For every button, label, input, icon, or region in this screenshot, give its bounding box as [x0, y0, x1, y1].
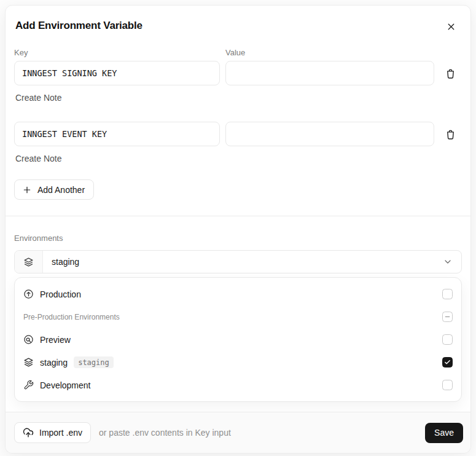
environments-select[interactable]: staging	[14, 250, 462, 273]
env-group-preproduction: Pre-Production Environments	[15, 305, 461, 328]
trash-icon	[445, 67, 456, 80]
env-group-label: Pre-Production Environments	[23, 313, 120, 321]
checkbox-staging[interactable]	[442, 357, 453, 368]
footer-hint-text: or paste .env contents in Key input	[99, 428, 231, 438]
checkbox-preproduction[interactable]	[442, 312, 453, 322]
trash-icon	[445, 128, 456, 141]
dialog-title: Add Environment Variable	[15, 20, 462, 32]
create-note-button[interactable]: Create Note	[14, 154, 61, 163]
env-branch-badge: staging	[74, 356, 114, 368]
env-option-label: Preview	[40, 335, 71, 345]
dialog-footer: Import .env or paste .env contents in Ke…	[6, 412, 470, 453]
field-labels: Key Value	[14, 48, 462, 57]
arrow-up-circle-icon	[23, 289, 34, 299]
preview-icon	[23, 334, 34, 345]
env-var-row	[14, 122, 462, 146]
checkbox-development[interactable]	[442, 380, 453, 390]
import-env-button[interactable]: Import .env	[14, 422, 91, 443]
selected-environment: staging	[43, 251, 88, 273]
checkbox-production[interactable]	[442, 289, 453, 299]
plus-icon	[22, 185, 32, 195]
layers-icon	[23, 357, 34, 368]
key-input[interactable]	[14, 122, 220, 146]
value-input[interactable]	[225, 122, 434, 146]
value-input[interactable]	[225, 61, 434, 85]
env-option-label: Development	[40, 380, 91, 390]
env-var-row	[14, 61, 462, 85]
env-option-preview[interactable]: Preview	[15, 328, 461, 351]
delete-row-button[interactable]	[441, 125, 459, 143]
env-option-staging[interactable]: staging staging	[15, 351, 461, 374]
save-button[interactable]: Save	[425, 423, 463, 443]
close-button[interactable]	[443, 19, 458, 34]
dialog-header: Add Environment Variable	[6, 6, 470, 32]
checkbox-preview[interactable]	[442, 334, 453, 345]
environments-dropdown: Production Pre-Production Environments P…	[14, 277, 462, 402]
key-input[interactable]	[14, 61, 220, 85]
create-note-button[interactable]: Create Note	[14, 93, 61, 103]
section-divider	[6, 216, 470, 216]
env-option-production[interactable]: Production	[15, 283, 461, 305]
delete-row-button[interactable]	[441, 64, 459, 82]
chevron-down-icon	[443, 257, 453, 267]
add-env-var-dialog: Add Environment Variable Key Value Creat…	[5, 5, 471, 454]
environments-label: Environments	[14, 234, 462, 243]
close-icon	[446, 22, 456, 32]
env-option-development[interactable]: Development	[15, 374, 461, 396]
add-another-button[interactable]: Add Another	[14, 179, 94, 200]
select-icon-cell	[15, 251, 43, 273]
wrench-icon	[23, 380, 34, 390]
add-another-label: Add Another	[37, 185, 85, 195]
chevron-cell	[443, 251, 461, 273]
dialog-body: Key Value Create Note Create Note	[6, 48, 470, 402]
key-label: Key	[14, 48, 225, 57]
env-option-label: Production	[40, 289, 81, 299]
cloud-upload-icon	[23, 427, 34, 438]
env-option-label: staging	[40, 358, 68, 368]
import-env-label: Import .env	[39, 428, 82, 438]
value-label: Value	[225, 48, 245, 57]
layers-icon	[23, 257, 34, 267]
